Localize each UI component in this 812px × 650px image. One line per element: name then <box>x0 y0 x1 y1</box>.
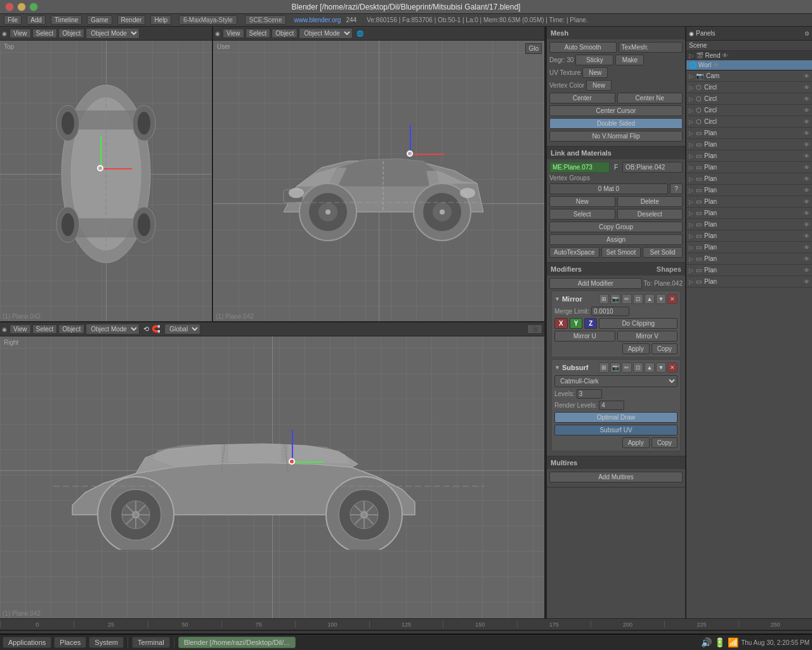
set-smooth-btn[interactable]: Set Smoot <box>601 247 641 258</box>
list-item[interactable]: ▷ ▭ Plan 👁 <box>686 276 812 288</box>
modifiers-header[interactable]: Modifiers Shapes <box>547 263 685 275</box>
subsurf-up-icon[interactable]: ▲ <box>645 362 655 373</box>
center-cursor-btn[interactable]: Center Cursor <box>549 105 683 116</box>
sticky-btn[interactable]: Sticky <box>575 55 613 65</box>
merge-limit-input[interactable] <box>591 307 629 316</box>
question-btn[interactable]: ? <box>670 183 683 194</box>
vc-new-btn[interactable]: New <box>586 80 612 91</box>
list-item[interactable]: ▷ ⬡ Circl 👁 <box>686 116 812 128</box>
vp-user-view-btn[interactable]: View <box>223 29 244 38</box>
mirror-delete-icon[interactable]: ✕ <box>667 294 678 304</box>
vp-top-view-btn[interactable]: View <box>10 29 31 38</box>
copy-group-btn[interactable]: Copy Group <box>549 222 683 232</box>
viewport-right[interactable]: ◉ View Select Object Object Mode ⟲ 🧲 Glo… <box>0 322 544 618</box>
list-item[interactable]: ▷ ▭ Plan 👁 <box>686 150 812 162</box>
subsurf-uv-btn[interactable]: Subsurf UV <box>554 425 678 435</box>
add-multires-btn[interactable]: Add Multires <box>549 472 683 482</box>
mirror-z-btn[interactable]: Z <box>584 318 597 329</box>
website-link[interactable]: www.blender.org <box>294 17 341 23</box>
list-item[interactable]: ▷ ⬡ Circl 👁 <box>686 105 812 116</box>
list-item[interactable]: ▷ ▭ Plan 👁 <box>686 219 812 230</box>
vp-right-mode-select[interactable]: Object Mode <box>86 324 140 335</box>
mat-select-btn[interactable]: Select <box>549 209 615 220</box>
assign-btn[interactable]: Assign <box>549 234 683 245</box>
preset-selector[interactable]: 6-MaxMaya-Style <box>179 15 237 25</box>
menu-file[interactable]: File <box>4 15 22 25</box>
glo-button[interactable]: Glo <box>525 43 542 54</box>
me-plane-display[interactable]: ME:Plane.073 <box>549 162 610 173</box>
applications-btn[interactable]: Applications <box>3 637 51 648</box>
render-levels-input[interactable] <box>599 401 624 410</box>
menu-help[interactable]: Help <box>150 15 171 25</box>
list-item[interactable]: ▷ ▭ Plan 👁 <box>686 208 812 219</box>
ob-plane-display[interactable]: OB:Plane.042 <box>622 162 683 173</box>
subsurf-edit-icon[interactable]: ✏ <box>622 362 632 373</box>
viewport-user[interactable]: ◉ View Select Object Object Mode 🌐 User … <box>213 27 544 321</box>
system-btn[interactable]: System <box>89 637 124 648</box>
menu-add[interactable]: Add <box>27 15 46 25</box>
vp-top-object-btn[interactable]: Object <box>58 29 84 38</box>
list-item[interactable]: ▷ ▭ Plan 👁 <box>686 242 812 253</box>
vp-right-object-btn[interactable]: Object <box>58 324 84 334</box>
vp-top-mode-select[interactable]: Object Mode <box>86 28 140 39</box>
levels-input[interactable] <box>577 389 602 399</box>
mat-deselect-btn[interactable]: Deselect <box>617 209 683 220</box>
mirror-down-icon[interactable]: ▼ <box>656 294 666 304</box>
make-btn[interactable]: Make <box>615 55 644 65</box>
scene-tab[interactable]: Scene <box>686 41 812 51</box>
scene-selector[interactable]: SCE:Scene <box>245 15 287 25</box>
subsurf-apply-btn[interactable]: Apply <box>622 437 650 448</box>
no-vnormal-btn[interactable]: No V.Normal Flip <box>549 131 683 142</box>
maximize-button[interactable] <box>29 3 38 11</box>
list-item[interactable]: ▷ ▭ Plan 👁 <box>686 139 812 150</box>
set-solid-btn[interactable]: Set Solid <box>643 247 683 258</box>
list-item[interactable]: ▷ 📷 Cam 👁 <box>686 70 812 82</box>
mirror-v-btn[interactable]: Mirror V <box>617 331 678 342</box>
list-item[interactable]: ▷ ⬡ Circl 👁 <box>686 82 812 93</box>
subsurf-down-icon[interactable]: ▼ <box>656 362 666 373</box>
camera-icon-btn[interactable]: 🎥 <box>527 324 542 334</box>
vp-right-select-btn[interactable]: Select <box>32 324 58 334</box>
viewport-top[interactable]: ◉ View Select Object Object Mode Top (1)… <box>0 27 213 321</box>
subsurf-render-icon[interactable]: ⊞ <box>599 362 609 373</box>
places-btn[interactable]: Places <box>54 637 86 648</box>
menu-render[interactable]: Render <box>117 15 146 25</box>
multires-header[interactable]: Multires <box>547 456 685 469</box>
mirror-copy-btn[interactable]: Copy <box>652 343 678 354</box>
mirror-camera-icon[interactable]: 📷 <box>610 294 620 304</box>
uv-new-btn[interactable]: New <box>582 67 608 78</box>
mirror-x-btn[interactable]: X <box>554 318 568 329</box>
mirror-apply-btn[interactable]: Apply <box>622 343 650 354</box>
double-sided-btn[interactable]: Double Sided <box>549 118 683 129</box>
mat-delete-btn[interactable]: Delete <box>617 196 683 207</box>
center-btn[interactable]: Center <box>549 93 615 103</box>
mat-new-btn[interactable]: New <box>549 196 615 207</box>
autotexspace-btn[interactable]: AutoTexSpace <box>549 247 599 258</box>
center-new-btn[interactable]: Center Ne <box>617 93 683 103</box>
mesh-section-header[interactable]: Mesh <box>547 27 685 39</box>
list-item[interactable]: ▷ ▭ Plan 👁 <box>686 173 812 185</box>
do-clipping-btn[interactable]: Do Clipping <box>599 318 678 329</box>
subsurf-copy-btn[interactable]: Copy <box>652 437 678 448</box>
mirror-cage-icon[interactable]: ⊡ <box>633 294 643 304</box>
mirror-up-icon[interactable]: ▲ <box>645 294 655 304</box>
terminal-btn[interactable]: Terminal <box>132 637 170 648</box>
subsurf-camera-icon[interactable]: 📷 <box>610 362 620 373</box>
list-item[interactable]: ▷ ▭ Plan 👁 <box>686 185 812 196</box>
vp-top-select-btn[interactable]: Select <box>32 29 58 38</box>
vp-right-view-btn[interactable]: View <box>10 324 31 334</box>
vp-user-mode-select[interactable]: Object Mode <box>299 28 353 39</box>
list-item[interactable]: ▷ ▭ Plan 👁 <box>686 265 812 276</box>
subsurf-type-select[interactable]: Catmull-Clark <box>554 375 678 387</box>
vp-user-select-btn[interactable]: Select <box>246 29 271 38</box>
list-item[interactable]: ▷ ⬡ Circl 👁 <box>686 93 812 105</box>
mirror-u-btn[interactable]: Mirror U <box>554 331 615 342</box>
minimize-button[interactable] <box>17 3 26 11</box>
mirror-render-icon[interactable]: ⊞ <box>599 294 609 304</box>
auto-smooth-btn[interactable]: Auto Smooth <box>549 42 617 53</box>
list-item[interactable]: ▷ ▭ Plan 👁 <box>686 196 812 208</box>
blender-task-btn[interactable]: Blender [/home/razi/Desktop/Dil/... <box>178 637 296 648</box>
list-item[interactable]: ▷ ▭ Plan 👁 <box>686 253 812 265</box>
list-item[interactable]: ▷ ▭ Plan 👁 <box>686 230 812 242</box>
texmesh-input[interactable] <box>619 42 683 53</box>
